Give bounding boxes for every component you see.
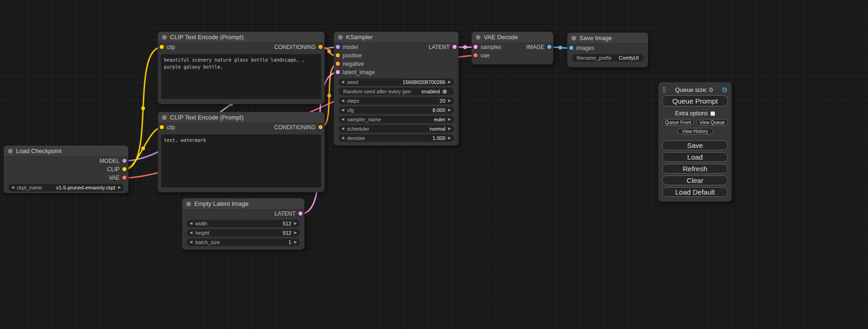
scheduler-widget[interactable]: ◀ scheduler normal ▶ (339, 125, 454, 133)
node-title-bar[interactable]: KSampler (334, 32, 459, 43)
positive-prompt-textarea[interactable]: beautiful scenery nature glass bottle la… (161, 54, 321, 99)
widget-value: 20 (440, 98, 445, 104)
filename-prefix-widget[interactable]: filename_prefix ComfyUI (572, 54, 643, 62)
height-widget[interactable]: ◀ height 512 ▶ (187, 229, 300, 237)
output-image-dot[interactable] (547, 45, 551, 49)
input-positive-dot[interactable] (336, 53, 340, 57)
collapse-dot-icon[interactable] (338, 35, 343, 40)
toggle-dot-icon[interactable] (443, 90, 447, 94)
input-latent-image-dot[interactable] (336, 70, 340, 74)
load-default-button[interactable]: Load Default (662, 187, 728, 197)
save-button[interactable]: Save (662, 140, 728, 150)
sampler-name-widget[interactable]: ◀ sampler_name euler ▶ (339, 116, 454, 123)
extra-options-checkbox[interactable] (711, 112, 715, 116)
collapse-dot-icon[interactable] (8, 149, 13, 154)
increment-arrow-icon[interactable]: ▶ (445, 97, 454, 105)
link-clip-to-negative (124, 127, 162, 169)
widget-label: batch_size (195, 239, 220, 245)
width-widget[interactable]: ◀ width 512 ▶ (187, 220, 300, 227)
node-load-checkpoint[interactable]: Load Checkpoint MODEL CLIP VAE ◀ ckpt_na… (4, 146, 128, 193)
node-vae-decode[interactable]: VAE Decode samples IMAGE vae (472, 32, 553, 64)
decrement-arrow-icon[interactable]: ◀ (339, 97, 347, 105)
increment-arrow-icon[interactable]: ▶ (445, 134, 454, 142)
output-conditioning-dot[interactable] (318, 45, 323, 49)
collapse-dot-icon[interactable] (162, 115, 167, 120)
node-clip-text-encode-positive[interactable]: CLIP Text Encode (Prompt) clip CONDITION… (158, 32, 325, 104)
node-title-bar[interactable]: Load Checkpoint (4, 146, 128, 157)
graph-canvas[interactable]: { "icons": { "arrow_left": "◀", "arrow_r… (0, 0, 868, 329)
node-title-bar[interactable]: Empty Latent Image (182, 198, 304, 210)
collapse-dot-icon[interactable] (186, 202, 191, 206)
increment-arrow-icon[interactable]: ▶ (291, 238, 300, 246)
input-images-dot[interactable] (569, 46, 573, 50)
input-negative-dot[interactable] (336, 62, 340, 66)
seed-widget[interactable]: ◀ seed 156680208700286 ▶ (339, 78, 454, 86)
increment-arrow-icon[interactable]: ▶ (445, 116, 454, 123)
queue-menu-panel: ⣿ Queue size: 0 ⚙ Queue Prompt Extra opt… (658, 82, 732, 202)
increment-arrow-icon[interactable]: ▶ (115, 184, 124, 191)
node-title-bar[interactable]: CLIP Text Encode (Prompt) (158, 112, 325, 123)
decrement-arrow-icon[interactable]: ◀ (339, 125, 347, 133)
queue-front-button[interactable]: Queue Front (662, 119, 694, 126)
output-clip-dot[interactable] (122, 167, 127, 171)
drag-handle-icon[interactable]: ⣿ (662, 86, 666, 93)
increment-arrow-icon[interactable]: ▶ (291, 229, 300, 237)
decrement-arrow-icon[interactable]: ◀ (187, 229, 195, 237)
decrement-arrow-icon[interactable]: ◀ (339, 116, 347, 123)
output-vae-dot[interactable] (122, 175, 127, 180)
collapse-dot-icon[interactable] (572, 36, 576, 41)
node-title-bar[interactable]: VAE Decode (472, 32, 553, 43)
decrement-arrow-icon[interactable]: ◀ (339, 134, 347, 142)
decrement-arrow-icon[interactable]: ◀ (339, 106, 347, 114)
collapse-dot-icon[interactable] (476, 35, 480, 40)
node-empty-latent-image[interactable]: Empty Latent Image LATENT ◀ width 512 ▶ … (182, 198, 304, 250)
output-clip-label: CLIP (107, 165, 120, 174)
node-title-bar[interactable]: Save Image (567, 33, 648, 44)
node-ksampler[interactable]: KSampler model LATENT positive negative … (334, 32, 459, 146)
decrement-arrow-icon[interactable]: ◀ (8, 184, 17, 191)
queue-prompt-button[interactable]: Queue Prompt (662, 95, 728, 106)
increment-arrow-icon[interactable]: ▶ (445, 125, 454, 133)
decrement-arrow-icon[interactable]: ◀ (187, 238, 195, 246)
output-latent-dot[interactable] (298, 211, 303, 216)
input-clip-dot[interactable] (160, 125, 164, 129)
widget-value: euler (434, 117, 445, 122)
output-latent-dot[interactable] (452, 45, 457, 49)
steps-widget[interactable]: ◀ steps 20 ▶ (339, 97, 454, 105)
node-clip-text-encode-negative[interactable]: CLIP Text Encode (Prompt) clip CONDITION… (158, 112, 325, 192)
output-conditioning-dot[interactable] (318, 125, 323, 129)
ckpt-name-widget[interactable]: ◀ ckpt_name v1-5-pruned-emaonly.ckpt ▶ (8, 184, 124, 191)
collapse-dot-icon[interactable] (162, 35, 167, 40)
view-history-button[interactable]: View History (677, 128, 713, 134)
widget-label: scheduler (347, 126, 369, 132)
slot-row: MODEL (4, 157, 128, 165)
settings-gear-icon[interactable]: ⚙ (722, 86, 728, 93)
negative-prompt-textarea[interactable]: text, watermark (161, 134, 321, 188)
increment-arrow-icon[interactable]: ▶ (445, 106, 454, 114)
cfg-widget[interactable]: ◀ cfg 8.000 ▶ (339, 106, 454, 114)
output-model-dot[interactable] (122, 159, 127, 163)
clear-button[interactable]: Clear (662, 175, 728, 185)
link-clip-to-positive (124, 47, 162, 169)
output-latent-label: LATENT (429, 43, 450, 51)
slot-row: clip CONDITIONING (158, 123, 325, 132)
node-title-bar[interactable]: CLIP Text Encode (Prompt) (158, 32, 325, 43)
random-seed-toggle-widget[interactable]: Random seed after every gen enabled (339, 88, 454, 95)
batch-size-widget[interactable]: ◀ batch_size 1 ▶ (187, 238, 300, 246)
input-samples-dot[interactable] (473, 45, 478, 49)
input-clip-dot[interactable] (160, 45, 164, 49)
load-button[interactable]: Load (662, 152, 728, 162)
node-save-image[interactable]: Save Image images filename_prefix ComfyU… (567, 33, 648, 67)
extra-options-label: Extra options (675, 110, 708, 117)
refresh-button[interactable]: Refresh (662, 164, 728, 174)
view-queue-button[interactable]: View Queue (696, 119, 728, 126)
increment-arrow-icon[interactable]: ▶ (291, 220, 300, 227)
widget-value: 1.000 (432, 135, 445, 141)
input-vae-dot[interactable] (473, 53, 478, 57)
decrement-arrow-icon[interactable]: ◀ (339, 78, 347, 86)
decrement-arrow-icon[interactable]: ◀ (187, 220, 195, 227)
input-model-dot[interactable] (336, 45, 340, 49)
input-images-label: images (576, 44, 594, 52)
increment-arrow-icon[interactable]: ▶ (445, 78, 454, 86)
denoise-widget[interactable]: ◀ denoise 1.000 ▶ (339, 134, 454, 142)
